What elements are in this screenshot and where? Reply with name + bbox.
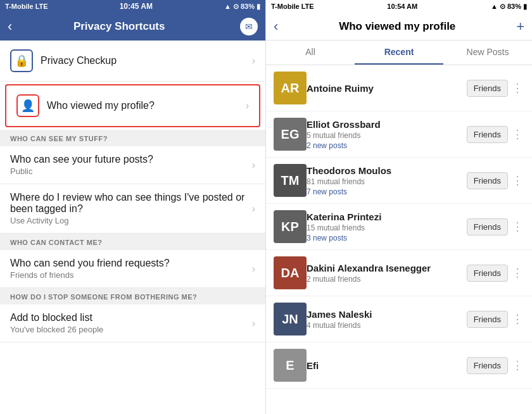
future-posts-text: Who can see your future posts? Public bbox=[10, 154, 252, 176]
future-posts-item[interactable]: Who can see your future posts? Public › bbox=[0, 146, 265, 184]
profile-icon: 👤 bbox=[16, 94, 39, 117]
person-mutual: 15 mutual friends bbox=[307, 223, 467, 232]
messenger-button[interactable]: ✉ bbox=[240, 18, 258, 35]
more-icon[interactable]: ⋮ bbox=[510, 220, 524, 234]
tabs-bar: All Recent New Posts bbox=[266, 41, 532, 65]
right-time: 10:54 AM bbox=[387, 3, 417, 10]
person-actions: Friends⋮ bbox=[467, 172, 524, 189]
blocked-list-item[interactable]: Add to blocked list You've blocked 26 pe… bbox=[0, 304, 265, 342]
people-list: ARAntoine RuimyFriends⋮EGElliot Grossbar… bbox=[266, 65, 532, 414]
tab-recent[interactable]: Recent bbox=[355, 41, 443, 65]
person-item[interactable]: ARAntoine RuimyFriends⋮ bbox=[266, 65, 532, 111]
left-nav-bar: ‹ Privacy Shortcuts ✉ bbox=[0, 13, 265, 41]
left-nav-title: Privacy Shortcuts bbox=[0, 20, 240, 33]
person-info: James Naleski4 mutual friends bbox=[307, 309, 467, 330]
person-actions: Friends⋮ bbox=[467, 357, 524, 374]
person-item[interactable]: JNJames Naleski4 mutual friendsFriends⋮ bbox=[266, 296, 532, 342]
person-name: Efi bbox=[307, 360, 467, 371]
more-icon[interactable]: ⋮ bbox=[510, 173, 524, 187]
left-status-bar: T-Mobile LTE 10:45 AM ▲ ⊙ 83% ▮ bbox=[0, 0, 265, 13]
privacy-checkup-label: Privacy Checkup bbox=[41, 55, 252, 66]
friends-button[interactable]: Friends bbox=[467, 172, 508, 189]
chevron-icon-3: › bbox=[252, 203, 255, 215]
left-content: 🔒 Privacy Checkup › 👤 Who viewed my prof… bbox=[0, 41, 265, 414]
more-icon[interactable]: ⋮ bbox=[510, 127, 524, 141]
friend-requests-item[interactable]: Who can send you friend requests? Friend… bbox=[0, 250, 265, 288]
right-back-button[interactable]: ‹ bbox=[274, 18, 278, 35]
chevron-icon-4: › bbox=[252, 263, 255, 275]
right-plus-button[interactable]: + bbox=[516, 18, 524, 35]
person-item[interactable]: TMTheodoros Moulos81 mutual friends7 new… bbox=[266, 158, 532, 204]
right-status-icons: ▲ ⊙ 83% ▮ bbox=[491, 3, 527, 11]
right-nav-bar: ‹ Who viewed my profile + bbox=[266, 13, 532, 41]
friend-requests-sub: Friends of friends bbox=[10, 270, 252, 280]
activity-log-title: Where do I review who can see things I'v… bbox=[10, 192, 252, 215]
friends-button[interactable]: Friends bbox=[467, 265, 508, 282]
person-actions: Friends⋮ bbox=[467, 126, 524, 143]
person-item[interactable]: EEfiFriends⋮ bbox=[266, 342, 532, 389]
more-icon[interactable]: ⋮ bbox=[510, 312, 524, 326]
person-actions: Friends⋮ bbox=[467, 311, 524, 328]
person-mutual: 2 mutual friends bbox=[307, 275, 467, 284]
person-avatar: TM bbox=[274, 164, 307, 197]
blocked-list-sub: You've blocked 26 people bbox=[10, 325, 252, 334]
chevron-icon-2: › bbox=[252, 160, 255, 171]
person-avatar: KP bbox=[274, 210, 307, 243]
activity-log-item[interactable]: Where do I review who can see things I'v… bbox=[0, 184, 265, 234]
left-time: 10:45 AM bbox=[120, 2, 153, 11]
tab-all[interactable]: All bbox=[266, 41, 355, 65]
right-carrier: T-Mobile LTE bbox=[271, 3, 314, 10]
person-item[interactable]: EGElliot Grossbard5 mutual friends2 new … bbox=[266, 111, 532, 158]
chevron-icon-1: › bbox=[246, 100, 249, 111]
person-actions: Friends⋮ bbox=[467, 265, 524, 282]
who-viewed-icon-box: 👤 bbox=[16, 94, 39, 117]
person-name: Theodoros Moulos bbox=[307, 165, 467, 176]
section-header-see-stuff: WHO CAN SEE MY STUFF? bbox=[0, 130, 265, 146]
lock-icon: 🔒 bbox=[10, 49, 33, 72]
right-nav-title: Who viewed my profile bbox=[278, 20, 516, 33]
person-avatar: DA bbox=[274, 256, 307, 289]
friends-button[interactable]: Friends bbox=[467, 218, 508, 235]
person-name: Dakini Alexandra Isenegger bbox=[307, 263, 467, 273]
friends-button[interactable]: Friends bbox=[467, 126, 508, 143]
more-icon[interactable]: ⋮ bbox=[510, 81, 524, 95]
person-mutual: 4 mutual friends bbox=[307, 321, 467, 330]
friends-button[interactable]: Friends bbox=[467, 311, 508, 328]
section-header-contact: WHO CAN CONTACT ME? bbox=[0, 234, 265, 250]
friend-requests-title: Who can send you friend requests? bbox=[10, 258, 252, 269]
activity-log-text: Where do I review who can see things I'v… bbox=[10, 192, 252, 225]
tab-new-posts[interactable]: New Posts bbox=[443, 41, 532, 65]
future-posts-title: Who can see your future posts? bbox=[10, 154, 252, 165]
more-icon[interactable]: ⋮ bbox=[510, 266, 524, 280]
blocked-list-title: Add to blocked list bbox=[10, 312, 252, 323]
person-info: Efi bbox=[307, 360, 467, 371]
person-info: Katerina Printezi15 mutual friends3 new … bbox=[307, 211, 467, 242]
activity-log-sub: Use Activity Log bbox=[10, 216, 252, 225]
person-item[interactable]: DADakini Alexandra Isenegger2 mutual fri… bbox=[266, 250, 532, 296]
person-avatar: EG bbox=[274, 118, 307, 151]
privacy-checkup-item[interactable]: 🔒 Privacy Checkup › bbox=[0, 41, 265, 82]
person-name: Katerina Printezi bbox=[307, 211, 467, 222]
person-item[interactable]: KPKaterina Printezi15 mutual friends3 ne… bbox=[266, 204, 532, 250]
friends-button[interactable]: Friends bbox=[467, 80, 508, 97]
person-info: Elliot Grossbard5 mutual friends2 new po… bbox=[307, 119, 467, 150]
person-name: Elliot Grossbard bbox=[307, 119, 467, 130]
who-viewed-item[interactable]: 👤 Who viewed my profile? › bbox=[5, 84, 260, 127]
future-posts-sub: Public bbox=[10, 166, 252, 176]
person-new-posts: 3 new posts bbox=[307, 234, 467, 242]
friends-button[interactable]: Friends bbox=[467, 357, 508, 374]
person-info: Antoine Ruimy bbox=[307, 83, 467, 94]
privacy-checkup-icon-box: 🔒 bbox=[10, 49, 33, 72]
chevron-icon-5: › bbox=[252, 318, 255, 329]
more-icon[interactable]: ⋮ bbox=[510, 358, 524, 372]
person-avatar: JN bbox=[274, 303, 307, 336]
person-name: James Naleski bbox=[307, 309, 467, 320]
chevron-icon-0: › bbox=[252, 55, 255, 66]
left-status-icons: ▲ ⊙ 83% ▮ bbox=[224, 3, 260, 11]
person-avatar: E bbox=[274, 349, 307, 382]
person-info: Theodoros Moulos81 mutual friends7 new p… bbox=[307, 165, 467, 196]
person-actions: Friends⋮ bbox=[467, 218, 524, 235]
person-info: Dakini Alexandra Isenegger2 mutual frien… bbox=[307, 263, 467, 284]
section-header-block: HOW DO I STOP SOMEONE FROM BOTHERING ME? bbox=[0, 288, 265, 304]
friend-requests-text: Who can send you friend requests? Friend… bbox=[10, 258, 252, 280]
